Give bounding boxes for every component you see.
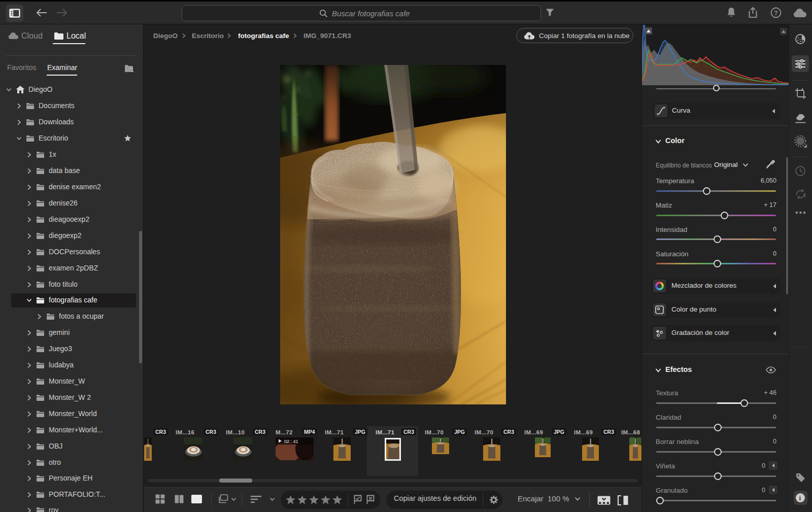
svg-text:?: ?	[774, 10, 777, 17]
svg-text:02 : 41: 02 : 41	[284, 439, 298, 444]
